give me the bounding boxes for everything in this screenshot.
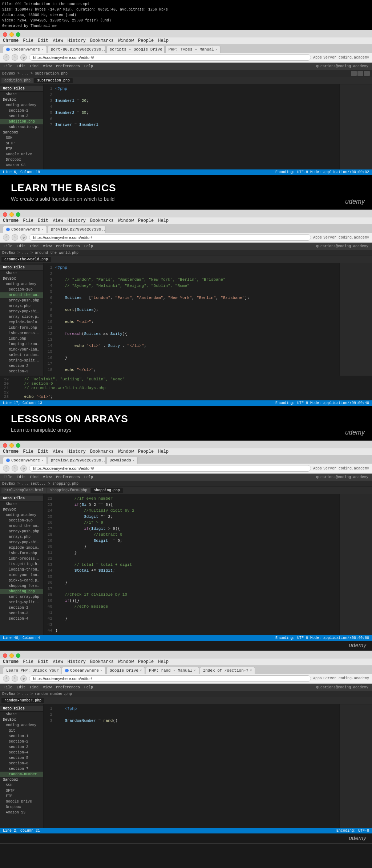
tree-share[interactable]: Share xyxy=(0,92,43,97)
refresh-button[interactable]: ↻ xyxy=(20,465,27,472)
tree-explode[interactable]: explode-implode-arrays.php xyxy=(0,545,43,551)
back-button[interactable]: ‹ xyxy=(3,234,9,241)
menu-chrome[interactable]: Chrome xyxy=(3,449,19,454)
server-link[interactable]: Server xyxy=(323,676,336,680)
editor-menu-help[interactable]: Help xyxy=(83,475,94,480)
menu-edit[interactable]: Edit xyxy=(38,449,48,454)
tree-section10[interactable]: section-10p xyxy=(0,518,43,523)
tree-isbn-process[interactable]: isbn-process.php xyxy=(0,331,43,336)
tree-sftp-4[interactable]: SFTP xyxy=(0,788,43,793)
editor-menu-edit[interactable]: Edit xyxy=(15,685,27,690)
address-input[interactable] xyxy=(29,675,311,682)
tree-ssh[interactable]: SSH xyxy=(0,135,43,141)
tree-section2[interactable]: section-2 xyxy=(0,739,43,744)
menu-file[interactable]: File xyxy=(23,449,33,454)
tab-close-icon[interactable]: ✕ xyxy=(41,228,43,232)
refresh-button[interactable]: ↻ xyxy=(20,675,27,682)
tab-codeanywhere-3[interactable]: Codeanywhere ✕ xyxy=(3,457,47,464)
tab-close-icon[interactable]: ✕ xyxy=(41,459,43,463)
tab-close-icon[interactable]: ✕ xyxy=(140,668,142,672)
tree-around[interactable]: around-the-world.php xyxy=(0,523,43,529)
file-tab-shopping[interactable]: shopping.php xyxy=(91,488,123,493)
apps-link[interactable]: Apps xyxy=(313,467,322,471)
menu-history[interactable]: History xyxy=(68,449,86,454)
tree-dropbox[interactable]: Dropbox xyxy=(0,157,43,163)
tree-coding-academy[interactable]: coding.academy xyxy=(0,281,43,287)
tree-ftp-4[interactable]: FTP xyxy=(0,793,43,799)
tree-share[interactable]: Share xyxy=(0,501,43,507)
tab-codeanywhere-2[interactable]: Codeanywhere ✕ xyxy=(3,226,47,233)
back-button[interactable]: ‹ xyxy=(3,465,9,472)
menu-people[interactable]: People xyxy=(138,449,154,454)
tree-array-pop[interactable]: array-pop-shift.php xyxy=(0,309,43,314)
menu-chrome[interactable]: Chrome xyxy=(3,659,19,664)
menu-bookmarks[interactable]: Bookmarks xyxy=(90,449,114,454)
tree-shopping[interactable]: shopping.php xyxy=(0,589,43,594)
tree-sort-array[interactable]: sort-array.php xyxy=(0,594,43,600)
tab-php-rand[interactable]: PHP: rand - Manual ✕ xyxy=(146,667,199,674)
address-input[interactable] xyxy=(29,465,311,472)
tree-coding-academy[interactable]: coding.academy xyxy=(0,103,43,108)
editor-menu-find[interactable]: Find xyxy=(28,244,40,249)
tree-sftp[interactable]: SFTP xyxy=(0,141,43,146)
tree-select[interactable]: select-random.php xyxy=(0,352,43,358)
editor-menu-file[interactable]: File xyxy=(2,475,14,480)
tree-string-split[interactable]: string-split.php xyxy=(0,358,43,363)
tree-isbn-form[interactable]: isbn-form.php xyxy=(0,551,43,556)
tab-downloads[interactable]: Downloads ✕ xyxy=(106,457,138,464)
menu-people[interactable]: People xyxy=(138,659,154,664)
tab-close-icon[interactable]: ✕ xyxy=(250,668,252,672)
tree-section2[interactable]: section-2 xyxy=(0,108,43,113)
tree-coding-academy[interactable]: coding.academy xyxy=(0,512,43,518)
tab-codeanywhere[interactable]: Codeanywhere ✕ xyxy=(3,46,47,53)
tree-pick-card[interactable]: pick-a-card.php xyxy=(0,578,43,583)
tree-mind[interactable]: mind-your-language.php xyxy=(0,347,43,352)
minimize-button[interactable] xyxy=(9,653,14,658)
editor-menu-find[interactable]: Find xyxy=(28,685,40,690)
menu-view[interactable]: View xyxy=(53,449,63,454)
tree-section4[interactable]: section-4 xyxy=(0,750,43,755)
tree-array-pop[interactable]: array-pop-shift.php xyxy=(0,540,43,545)
menu-file[interactable]: File xyxy=(23,659,33,664)
tree-section3[interactable]: section-3 xyxy=(0,744,43,750)
server-link[interactable]: Server xyxy=(323,56,336,60)
tree-dropbox-4[interactable]: Dropbox xyxy=(0,804,43,810)
toolbar-icon-3[interactable] xyxy=(364,71,370,76)
editor-menu-preferences[interactable]: Preferences xyxy=(54,244,81,249)
file-tab-shopping-form[interactable]: shopping-form.php xyxy=(47,488,90,493)
maximize-button[interactable] xyxy=(16,212,20,217)
tree-arrays[interactable]: arrays.php xyxy=(0,534,43,540)
menu-history[interactable]: History xyxy=(68,659,86,664)
editor-menu-find[interactable]: Find xyxy=(28,64,40,69)
tree-around[interactable]: around-the-world.php xyxy=(0,292,43,298)
menu-edit[interactable]: Edit xyxy=(38,218,48,223)
tree-section7[interactable]: section-7 xyxy=(0,766,43,772)
tree-section6[interactable]: section-6 xyxy=(0,761,43,766)
maximize-button[interactable] xyxy=(16,32,20,37)
tree-google-drive[interactable]: Google Drive xyxy=(0,152,43,157)
menu-help[interactable]: Help xyxy=(158,38,169,43)
tab-port[interactable]: port-80.p27996e26733o... ✕ xyxy=(48,46,106,53)
toolbar-icon-1[interactable] xyxy=(351,71,357,76)
tree-section4[interactable]: section-4 xyxy=(0,616,43,621)
apps-link[interactable]: Apps xyxy=(313,56,322,60)
tree-ftp[interactable]: FTP xyxy=(0,146,43,152)
menu-history[interactable]: History xyxy=(68,218,86,223)
editor-menu-preferences[interactable]: Preferences xyxy=(54,475,81,480)
minimize-button[interactable] xyxy=(9,212,14,217)
maximize-button[interactable] xyxy=(16,653,20,658)
tab-close-icon[interactable]: ✕ xyxy=(194,668,195,672)
tab-codeanywhere-4[interactable]: Codeanywhere ✕ xyxy=(62,667,106,674)
tree-subtraction[interactable]: subtraction.php xyxy=(0,124,43,130)
menu-window[interactable]: Window xyxy=(118,38,134,43)
tree-mind[interactable]: mind-your-language.php xyxy=(0,572,43,578)
tree-google-drive-4[interactable]: Google Drive xyxy=(0,799,43,804)
editor-menu-help[interactable]: Help xyxy=(83,685,94,690)
tree-shopping-form[interactable]: shopping-form.php xyxy=(0,583,43,589)
tree-isbn[interactable]: isbn.php xyxy=(0,336,43,341)
tree-explode[interactable]: explode-implode-arrays.php xyxy=(0,320,43,325)
editor-menu-file[interactable]: File xyxy=(2,64,14,69)
tree-array-push[interactable]: array-push.php xyxy=(0,298,43,303)
editor-menu-help[interactable]: Help xyxy=(83,244,94,249)
tree-share[interactable]: Share xyxy=(0,271,43,276)
